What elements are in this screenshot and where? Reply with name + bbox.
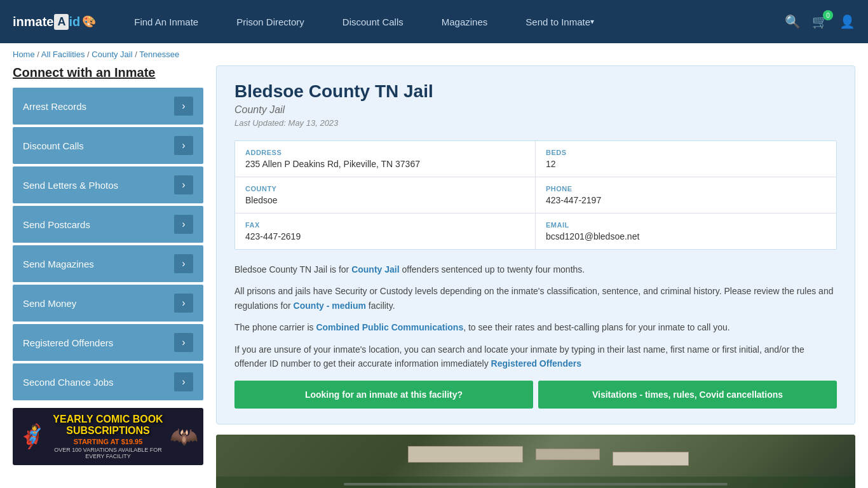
facility-updated: Last Updated: May 13, 2023 [234, 118, 837, 128]
breadcrumb: Home / All Facilities / County Jail / Te… [0, 43, 868, 65]
header-icons: 🔍 🛒 0 👤 [785, 14, 855, 29]
facility-image [216, 435, 855, 488]
facility-description: Bledsoe County TN Jail is for County Jai… [234, 262, 837, 370]
desc-3: The phone carrier is Combined Public Com… [234, 320, 837, 334]
sidebar-item-send-magazines[interactable]: Send Magazines › [13, 245, 203, 282]
beds-label: BEDS [546, 149, 826, 156]
sidebar-item-send-postcards[interactable]: Send Postcards › [13, 206, 203, 243]
email-value: bcsd1201@bledsoe.net [546, 231, 826, 241]
arrow-icon: › [174, 254, 193, 273]
address-value: 235 Allen P Deakins Rd, Pikeville, TN 37… [245, 159, 525, 169]
email-cell: EMAIL bcsd1201@bledsoe.net [536, 214, 836, 249]
email-label: EMAIL [546, 221, 826, 229]
sidebar-title: Connect with an Inmate [13, 65, 203, 80]
fax-label: FAX [245, 221, 525, 229]
main-layout: Connect with an Inmate Arrest Records › … [0, 65, 868, 488]
address-cell: ADDRESS 235 Allen P Deakins Rd, Pikevill… [235, 141, 536, 177]
sidebar-item-second-chance-jobs[interactable]: Second Chance Jobs › [13, 363, 203, 400]
header: inmate A id 🎨 Find An Inmate Prison Dire… [0, 0, 868, 43]
facility-type: County Jail [234, 104, 837, 116]
nav-prison-directory[interactable]: Prison Directory [217, 0, 323, 43]
content-area: Bledsoe County TN Jail County Jail Last … [216, 65, 855, 488]
county-label: COUNTY [245, 185, 525, 193]
breadcrumb-all-facilities[interactable]: All Facilities [41, 50, 85, 59]
fax-cell: FAX 423-447-2619 [235, 214, 536, 249]
arrow-icon: › [174, 97, 193, 116]
sidebar-item-send-money[interactable]: Send Money › [13, 285, 203, 322]
sidebar-item-send-letters[interactable]: Send Letters & Photos › [13, 166, 203, 203]
desc-2: All prisons and jails have Security or C… [234, 284, 837, 313]
sidebar-item-discount-calls[interactable]: Discount Calls › [13, 127, 203, 164]
ad-subtitle: STARTING AT $19.95 [51, 438, 165, 445]
phone-cell: PHONE 423-447-2197 [536, 177, 836, 214]
beds-cell: BEDS 12 [536, 141, 836, 177]
nav-discount-calls[interactable]: Discount Calls [323, 0, 423, 43]
nav-find-inmate[interactable]: Find An Inmate [115, 0, 217, 43]
address-label: ADDRESS [245, 149, 525, 156]
arrow-icon: › [174, 372, 193, 391]
user-icon[interactable]: 👤 [839, 14, 855, 29]
nav-send-to-inmate[interactable]: Send to Inmate [506, 0, 613, 43]
nav-magazines[interactable]: Magazines [423, 0, 507, 43]
arrow-icon: › [174, 175, 193, 194]
arrow-icon: › [174, 333, 193, 352]
cart-badge: 0 [823, 10, 833, 20]
registered-offenders-link[interactable]: Registered Offenders [491, 358, 581, 369]
county-medium-link[interactable]: County - medium [294, 301, 366, 311]
county-value: Bledsoe [245, 195, 525, 205]
sidebar-item-registered-offenders[interactable]: Registered Offenders › [13, 324, 203, 361]
search-icon[interactable]: 🔍 [785, 14, 801, 29]
main-nav: Find An Inmate Prison Directory Discount… [115, 0, 785, 43]
breadcrumb-county-jail[interactable]: County Jail [92, 50, 132, 59]
phone-value: 423-447-2197 [546, 195, 826, 205]
phone-carrier-link[interactable]: Combined Public Communications [316, 322, 463, 332]
breadcrumb-home[interactable]: Home [13, 50, 35, 59]
desc-1: Bledsoe County TN Jail is for County Jai… [234, 262, 837, 276]
visitations-button[interactable]: Visitations - times, rules, Covid cancel… [538, 381, 837, 409]
action-buttons: Looking for an inmate at this facility? … [234, 381, 837, 409]
ad-title: YEARLY COMIC BOOKSUBSCRIPTIONS [51, 414, 165, 436]
facility-title: Bledsoe County TN Jail [234, 81, 837, 102]
arrow-icon: › [174, 294, 193, 313]
ad-content: 🦸 YEARLY COMIC BOOKSUBSCRIPTIONS STARTIN… [13, 409, 203, 464]
ad-desc: OVER 100 VARIATIONS AVAILABLE FOR EVERY … [51, 447, 165, 459]
desc-4: If you are unsure of your inmate's locat… [234, 342, 837, 371]
arrow-icon: › [174, 215, 193, 234]
arrow-icon: › [174, 136, 193, 155]
sidebar: Connect with an Inmate Arrest Records › … [13, 65, 203, 488]
phone-label: PHONE [546, 185, 826, 193]
county-cell: COUNTY Bledsoe [235, 177, 536, 214]
aerial-view [216, 435, 855, 488]
cart-icon[interactable]: 🛒 0 [812, 14, 828, 29]
looking-for-inmate-button[interactable]: Looking for an inmate at this facility? [234, 381, 533, 409]
fax-value: 423-447-2619 [245, 231, 525, 241]
logo[interactable]: inmate A id 🎨 [13, 14, 96, 30]
facility-card: Bledsoe County TN Jail County Jail Last … [216, 65, 855, 424]
sidebar-ad[interactable]: 🦸 YEARLY COMIC BOOKSUBSCRIPTIONS STARTIN… [13, 408, 203, 465]
county-jail-link[interactable]: County Jail [351, 264, 399, 274]
beds-value: 12 [546, 159, 826, 169]
facility-info-grid: ADDRESS 235 Allen P Deakins Rd, Pikevill… [234, 140, 837, 250]
sidebar-item-arrest-records[interactable]: Arrest Records › [13, 88, 203, 125]
breadcrumb-tennessee[interactable]: Tennessee [139, 50, 179, 59]
